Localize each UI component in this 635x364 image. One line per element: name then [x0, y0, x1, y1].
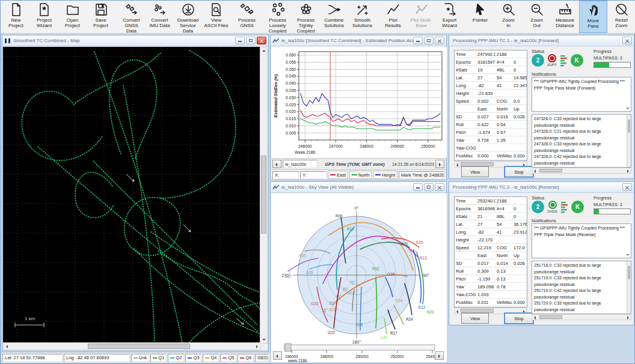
toolbar-new-project-button[interactable]: New Project: [2, 1, 30, 33]
map-vertical-scrollbar[interactable]: [260, 47, 268, 344]
proc-table-row: Yaw9.7281.35: [455, 136, 527, 144]
map-window-titlebar[interactable]: Smoothed TC Combined - Map: [2, 35, 268, 46]
toolbar-plot-results-button[interactable]: Plot Results: [379, 1, 407, 33]
toolbar-process-loosely-coupled-button[interactable]: Process Loosely Coupled: [263, 1, 292, 33]
toolbar-measure-distance-button[interactable]: Measure Distance: [551, 1, 579, 33]
forward-log-hscroll[interactable]: [532, 168, 631, 174]
toolbar-download-service-data-button[interactable]: Download Service Data: [174, 1, 202, 33]
accuracy-window-titlebar[interactable]: ie_isa100c [Smoothed TC Combined] - Esti…: [271, 35, 446, 46]
reverse-log[interactable]: 251718.0: C33 rejected due to large pseu…: [532, 261, 631, 314]
map-vscroll-thumb[interactable]: [261, 156, 266, 234]
sat-label-E04: E04: [396, 299, 403, 303]
maximize-button[interactable]: [246, 37, 256, 44]
toolbar-zoom-in-button[interactable]: Zoom In: [494, 1, 523, 33]
reverse-titlebar[interactable]: Processing PPP-IMU TC 2 - ie_isa100c [Re…: [449, 182, 634, 193]
forward-log[interactable]: 247326.0: C33 rejected due to large pseu…: [532, 114, 631, 168]
close-button[interactable]: [257, 37, 266, 44]
svg-text:0°: 0°: [355, 206, 359, 210]
sat-label-G22: G22: [328, 330, 335, 335]
minimize-button[interactable]: [413, 183, 423, 191]
status-circle-2: 2: [532, 54, 544, 67]
plot-multi-base-icon: [414, 2, 429, 17]
scroll-thumb[interactable]: [461, 162, 494, 166]
sky-next-button[interactable]: [435, 351, 444, 360]
svg-text:75°: 75°: [349, 281, 355, 285]
toolbar-open-project-button[interactable]: Open Project: [58, 1, 87, 33]
reverse-log-hscroll[interactable]: [532, 314, 631, 320]
proc-table-row: Speed0.002COG0.0: [455, 97, 527, 105]
next-page-button[interactable]: [435, 160, 444, 168]
notifications-group-label: Notifications: [532, 71, 556, 77]
accuracy-window-title: ie_isa100c [Smoothed TC Combined] - Esti…: [281, 38, 413, 43]
svg-text:0.025: 0.025: [286, 103, 296, 107]
toolbar-convert-imu-data-button[interactable]: Convert IMU Data: [146, 1, 174, 33]
toolbar-process-tightly-coupled-button[interactable]: Process Tightly Coupled: [292, 1, 320, 33]
toolbar-button-label: Plot Multi- Base: [411, 17, 432, 28]
accuracy-chart[interactable]: 0.0050.0100.0150.0200.0250.0300.0350.040…: [271, 47, 447, 158]
skyview-canvas[interactable]: 0°90°180°270°15°30°45°60°75°R06R04R05G07…: [271, 193, 447, 362]
toolbar-view-ascii-files-button[interactable]: View ASCII Files: [202, 1, 230, 33]
prev-page-button[interactable]: [272, 160, 281, 168]
quality-chip-unk: Unk: [131, 354, 149, 362]
scroll-thumb[interactable]: [539, 169, 562, 172]
toolbar-reset-zoom-button[interactable]: Reset Zoom: [607, 1, 635, 33]
close-button[interactable]: [435, 183, 444, 191]
close-button[interactable]: [435, 37, 444, 44]
toolbar-pointer-button[interactable]: Pointer: [466, 1, 494, 33]
reverse-stop-button[interactable]: Stop: [505, 313, 533, 324]
log-line: 247326.0: C21 rejected due to large pseu…: [534, 129, 626, 141]
cursor-x-field[interactable]: X:: [272, 171, 299, 179]
forward-status-icons: 2 ZUPT K: [532, 54, 589, 73]
toolbar-smooth-solutions-button[interactable]: Smooth Solutions: [348, 1, 376, 33]
log-line: 251719.0: C42 rejected due to large pseu…: [534, 288, 626, 300]
status-badge: GNSS: [547, 201, 557, 213]
scroll-thumb[interactable]: [461, 309, 494, 313]
sky-prev-button[interactable]: [273, 351, 282, 360]
scroll-thumb[interactable]: [539, 315, 562, 319]
sat-label-C21: C21: [381, 335, 388, 339]
skyview-window-titlebar[interactable]: ie_isa100c - Sky View (All Visible): [271, 182, 446, 193]
forward-titlebar[interactable]: Processing PPP-IMU TC 1 - ie_isa100c [Fo…: [449, 35, 634, 46]
svg-text:248000: 248000: [321, 354, 334, 359]
toolbar-zoom-out-button[interactable]: Zoom Out: [523, 1, 551, 33]
proc-table-row: Roll0.3090.13: [455, 267, 527, 275]
toolbar-export-wizard-button[interactable]: Export Wizard: [435, 1, 464, 33]
pointer-icon: [473, 2, 488, 17]
trajectory-trail: [124, 198, 180, 256]
proc-table-row: EastNorthUp: [455, 105, 527, 113]
minimize-button[interactable]: [413, 37, 423, 44]
toolbar-combine-solutions-button[interactable]: Combine Solutions: [320, 1, 348, 33]
forward-view-button[interactable]: View: [461, 166, 489, 177]
minimize-button[interactable]: [235, 37, 245, 44]
svg-text:Estimated StdDev (m): Estimated StdDev (m): [274, 74, 278, 118]
sat-label-G23: G23: [311, 302, 318, 306]
toolbar-button-label: Zoom Out: [530, 17, 542, 28]
forward-notifications[interactable]: *** GPSPPP-IMU Tightly Coupled Processin…: [532, 77, 631, 112]
series-legend: EastNorthHeight: [328, 171, 397, 179]
move-pane-icon: [586, 3, 601, 17]
toolbar-convert-gnss-data-button[interactable]: Convert GNSS Data: [117, 1, 146, 33]
x-axis-title: GPS Time (TOW, GMT zone): [319, 162, 391, 167]
cursor-y-field[interactable]: Y:: [300, 171, 327, 179]
dataset-tab[interactable]: ie_isa100c: [283, 160, 318, 168]
close-button[interactable]: [622, 37, 632, 44]
toolbar-save-project-button[interactable]: Save Project: [87, 1, 115, 33]
log-line: 247328.0: C42 rejected due to large pseu…: [534, 154, 626, 166]
forward-stop-button[interactable]: Stop: [505, 166, 533, 177]
maximize-button[interactable]: [424, 37, 434, 44]
reverse-notifications[interactable]: *** GPSPPP-IMU Tightly Coupled Processin…: [532, 223, 631, 258]
reverse-view-button[interactable]: View: [461, 313, 489, 324]
close-button[interactable]: [622, 183, 632, 191]
application-window: New Project Project Wizard Open Project …: [0, 0, 635, 364]
legend-north: North: [349, 171, 372, 179]
map-horizontal-scrollbar[interactable]: [3, 342, 261, 350]
sat-label-R04: R04: [347, 227, 354, 231]
export-wizard-icon: [443, 2, 457, 17]
sky-time-slider[interactable]: 246000248000250000252000254000week 2186: [284, 344, 439, 362]
toolbar-move-pane-button[interactable]: Move Pane: [579, 1, 607, 33]
toolbar-process-gnss-button[interactable]: Process GNSS: [233, 1, 261, 33]
toolbar-project-wizard-button[interactable]: Project Wizard: [30, 1, 58, 33]
map-hscroll-thumb[interactable]: [88, 344, 190, 349]
maximize-button[interactable]: [424, 183, 434, 191]
map-canvas[interactable]: 1 km: [3, 47, 261, 344]
